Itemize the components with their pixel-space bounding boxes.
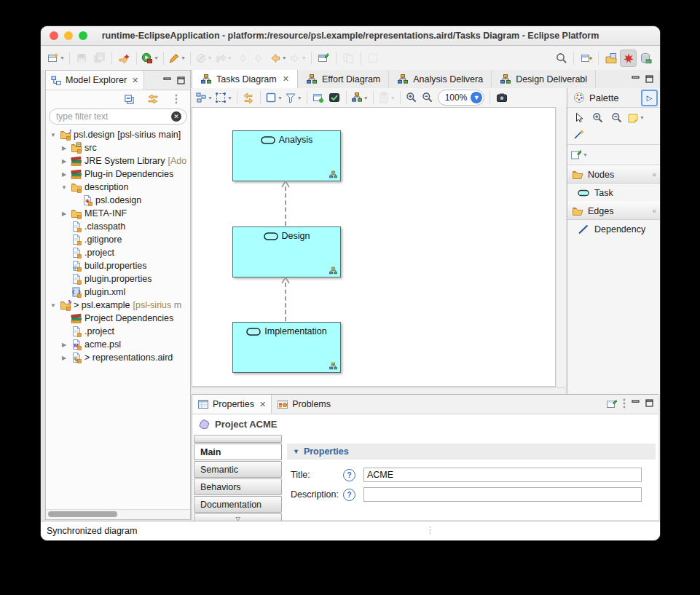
editor-tab-analysis-delivera[interactable]: Analysis Delivera [389,70,492,88]
view-menu-icon[interactable] [622,398,626,410]
side-tab-semantic[interactable]: Semantic [194,461,282,478]
align-button[interactable]: ▼ [214,90,233,106]
max-view-icon[interactable] [645,398,654,410]
diagram-canvas[interactable]: AnalysisDesignImplementation [192,107,556,387]
side-tab-documentation[interactable]: Documentation [194,496,282,513]
collapsed-arrow-icon[interactable]: ▶ [58,171,70,178]
tree-item[interactable]: ▼Jpsl.design [psl-sirius main] [46,128,190,141]
tree-item[interactable]: .gitignore [46,233,190,246]
tree-item[interactable]: ▶Plug-in Dependencies [46,168,190,181]
palette-drawer-edges[interactable]: Edges« [567,202,661,220]
title-bar[interactable]: runtime-EclipseApplication - platform:/r… [41,26,660,46]
palette-item-task[interactable]: Task [567,184,661,202]
collapsed-arrow-icon[interactable]: ▶ [58,355,70,361]
task-node-design[interactable]: Design [232,226,341,277]
tree-item[interactable]: plugin.xml [46,285,190,299]
select-cursor-button[interactable] [570,110,588,125]
canvas-vscrollbar[interactable] [556,107,566,387]
tree-item[interactable]: ▼description [46,181,190,194]
zoom-out-button[interactable] [608,110,626,125]
task-node-implementation[interactable]: Implementation [232,322,341,373]
run-button[interactable]: ▼ [141,50,160,67]
zoom-level-combo[interactable]: 100%▼ [438,90,485,106]
view-menu-button[interactable] [167,90,185,108]
new-wizard-button[interactable]: ▼ [47,50,66,67]
paste-layout-button[interactable]: ▼ [377,90,396,106]
collapsed-arrow-icon[interactable]: ▶ [58,158,70,165]
min-view-icon[interactable] [631,398,640,410]
note-button[interactable]: ▼ [627,110,645,125]
side-tab-behaviors[interactable]: Behaviors [194,478,282,495]
description-field[interactable] [363,487,642,502]
search-button[interactable] [553,50,570,67]
editor-tab-effort-diagram[interactable]: Effort Diagram [298,70,389,88]
tab-problems[interactable]: Problems [272,395,336,414]
save-button[interactable] [74,50,90,67]
task-node-analysis[interactable]: Analysis [232,130,341,181]
maximize-view-icon[interactable] [176,76,186,85]
expanded-arrow-icon[interactable]: ▼ [47,132,59,138]
side-tab-scroll-up[interactable] [194,435,282,443]
sirius-refresh-button[interactable] [116,50,133,67]
zoom-in-button[interactable] [589,110,607,125]
tree-item[interactable]: 0=build.properties [46,259,190,272]
close-icon[interactable]: ✕ [259,400,266,409]
tab-model-explorer[interactable]: Model Explorer ✕ [46,71,144,90]
tree-item[interactable]: ▶META-INF [46,207,190,220]
step-return-button[interactable]: ▼ [214,50,233,67]
link-with-editor-button[interactable] [143,90,162,108]
arrange-button[interactable]: ▼ [194,90,213,106]
minimize-view-icon[interactable] [631,74,640,84]
dependency-edge[interactable] [285,186,286,226]
title-field[interactable] [363,468,642,482]
tree-item[interactable]: .project [46,325,190,338]
expanded-arrow-icon[interactable]: ▼ [58,184,70,191]
close-icon[interactable]: ✕ [283,74,289,84]
filters-button[interactable]: ▼ [284,90,303,106]
tree-item[interactable]: ▶src [46,141,190,154]
tree-item[interactable]: ▶> representations.aird [46,351,190,364]
tree-item[interactable]: .project [46,246,190,259]
pin-editor-button[interactable] [315,50,332,67]
pinned-note-button[interactable]: ▼ [570,147,588,162]
layers-button[interactable]: ▼ [264,90,283,106]
explorer-hscrollbar[interactable] [46,509,190,519]
scrollbar-thumb[interactable] [48,511,117,517]
close-icon[interactable]: ✕ [132,76,138,85]
minimize-window-button[interactable] [64,31,73,40]
editor-tab-design-deliverabl[interactable]: Design Deliverabl [492,70,596,88]
clone-editor-button[interactable] [340,50,357,67]
pin-drawer-icon[interactable]: « [652,207,656,215]
tree-item[interactable]: ▼M> psl.example [psl-sirius m [46,299,190,312]
back-history-button[interactable] [234,50,251,67]
note-attachment-button[interactable] [570,127,588,142]
pin-view-icon[interactable] [606,398,618,410]
tree-item[interactable]: ▶Macme.psl [46,338,190,351]
properties-section-header[interactable]: ▼ Properties [287,444,656,460]
forward-history-button[interactable] [251,50,268,67]
help-icon[interactable]: ? [343,469,355,481]
launch-tool-button[interactable]: ▼ [168,50,186,67]
modeling-perspective-button[interactable] [620,50,637,67]
zoom-out-button[interactable] [420,90,436,106]
pin-drawer-icon[interactable]: « [652,170,656,178]
statusbar-grip-icon[interactable]: ⋮ [425,524,436,535]
tab-properties[interactable]: Properties✕ [192,395,272,414]
collapsed-arrow-icon[interactable]: ▶ [58,342,70,348]
palette-item-dependency[interactable]: Dependency [567,220,661,238]
minimize-view-icon[interactable] [162,76,172,85]
skip-breakpoints-button[interactable]: ▼ [194,50,213,67]
clear-filter-icon[interactable]: ✕ [171,111,181,122]
tree-item[interactable]: ▶JRE System Library [Ado [46,154,190,168]
back-button[interactable]: ▼ [269,50,288,67]
refresh-button[interactable] [241,90,256,106]
filter-input[interactable] [55,111,171,122]
dependency-edge[interactable] [285,283,286,321]
expanded-arrow-icon[interactable]: ▼ [47,302,59,309]
export-image-button[interactable] [494,90,509,106]
collapse-palette-button[interactable]: ▷ [641,90,658,106]
marquee-button[interactable] [365,50,382,67]
tree-item[interactable]: .classpath [46,220,190,233]
hide-label-button[interactable] [327,90,342,106]
java-perspective-button[interactable] [602,50,619,67]
